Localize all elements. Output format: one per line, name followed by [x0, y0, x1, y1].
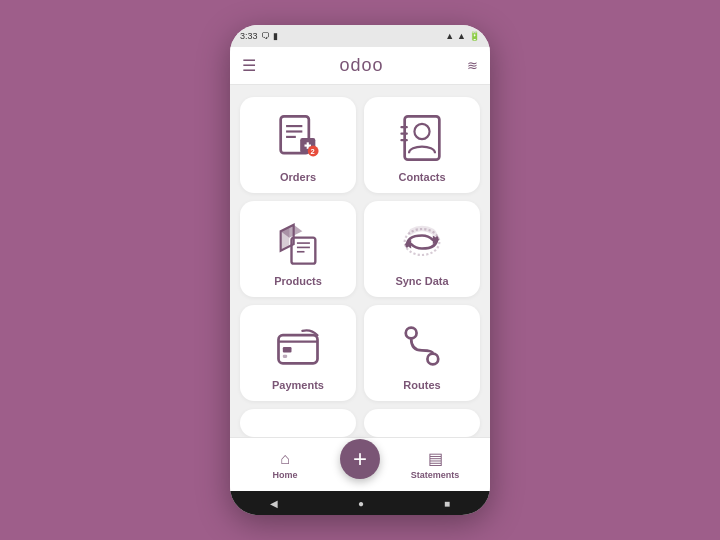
android-nav-bar: ◀ ● ■	[230, 491, 490, 515]
svg-point-27	[406, 328, 417, 339]
notification-icon: 🗨	[261, 31, 270, 41]
contacts-icon	[395, 111, 449, 165]
partial-tile-left	[240, 409, 356, 437]
wifi-icon: ≋	[467, 58, 478, 73]
home-icon: ⌂	[280, 450, 290, 468]
tile-contacts[interactable]: Contacts	[364, 97, 480, 193]
wifi-signal-icon: ▲	[445, 31, 454, 41]
battery-icon: ▮	[273, 31, 278, 41]
routes-label: Routes	[403, 379, 440, 391]
app-header: ☰ odoo ≋	[230, 47, 490, 85]
svg-point-28	[427, 354, 438, 365]
svg-rect-14	[292, 238, 316, 264]
tile-products[interactable]: Products	[240, 201, 356, 297]
orders-label: Orders	[280, 171, 316, 183]
svg-text:2: 2	[310, 147, 314, 156]
hamburger-icon[interactable]: ☰	[242, 56, 256, 75]
products-label: Products	[274, 275, 322, 287]
back-button[interactable]: ◀	[270, 498, 278, 509]
fab-plus-icon: +	[353, 445, 367, 473]
fab-add-button[interactable]: +	[340, 439, 380, 479]
tile-orders[interactable]: 2 Orders	[240, 97, 356, 193]
statements-icon: ▤	[428, 449, 443, 468]
status-right: ▲ ▲ 🔋	[445, 31, 480, 41]
partial-row	[240, 409, 480, 437]
nav-home[interactable]: ⌂ Home	[230, 450, 340, 480]
battery-level-icon: 🔋	[469, 31, 480, 41]
nav-statements[interactable]: ▤ Statements	[380, 449, 490, 480]
status-bar: 3:33 🗨 ▮ ▲ ▲ 🔋	[230, 25, 490, 47]
products-icon	[271, 215, 325, 269]
contacts-label: Contacts	[398, 171, 445, 183]
payments-icon	[271, 319, 325, 373]
routes-icon	[395, 319, 449, 373]
payments-label: Payments	[272, 379, 324, 391]
tile-payments[interactable]: Payments	[240, 305, 356, 401]
sync-data-label: Sync Data	[395, 275, 448, 287]
main-content: 2 Orders Contacts	[230, 85, 490, 437]
tile-routes[interactable]: Routes	[364, 305, 480, 401]
svg-point-10	[414, 124, 429, 139]
home-button[interactable]: ●	[358, 498, 364, 509]
tile-sync-data[interactable]: Sync Data	[364, 201, 480, 297]
svg-rect-26	[283, 355, 287, 358]
app-logo: odoo	[339, 55, 383, 76]
recents-button[interactable]: ■	[444, 498, 450, 509]
phone-frame: 3:33 🗨 ▮ ▲ ▲ 🔋 ☰ odoo ≋	[230, 25, 490, 515]
status-left: 3:33 🗨 ▮	[240, 31, 278, 41]
signal-bars-icon: ▲	[457, 31, 466, 41]
svg-rect-25	[283, 347, 292, 352]
partial-tile-right	[364, 409, 480, 437]
statements-label: Statements	[411, 470, 460, 480]
bottom-nav: ⌂ Home + ▤ Statements	[230, 437, 490, 491]
time-display: 3:33	[240, 31, 258, 41]
tiles-grid: 2 Orders Contacts	[240, 97, 480, 401]
home-label: Home	[272, 470, 297, 480]
orders-icon: 2	[271, 111, 325, 165]
sync-data-icon	[395, 215, 449, 269]
